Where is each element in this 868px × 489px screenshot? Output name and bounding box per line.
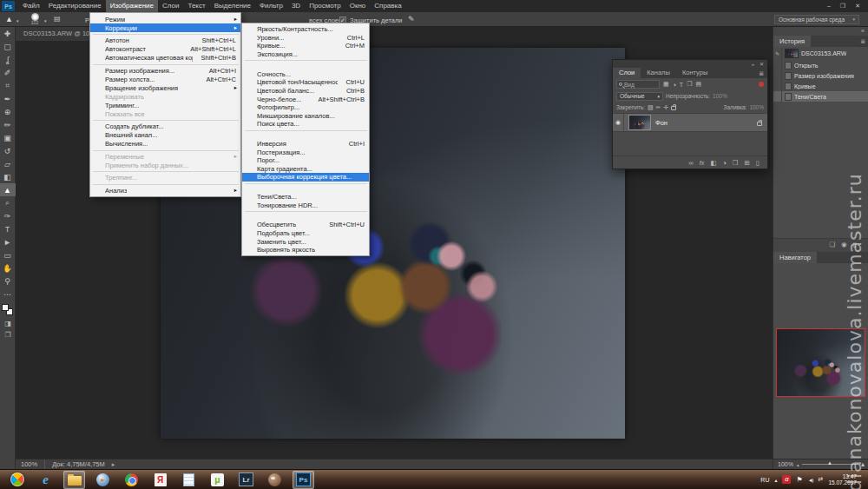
- filter-smart-objects-icon[interactable]: ▤: [695, 81, 701, 88]
- more-tools-button[interactable]: ⋯: [0, 287, 16, 301]
- menu-item[interactable]: Внешний канал...: [90, 131, 240, 140]
- menu-item[interactable]: Уровни... Ctrl+L: [242, 34, 369, 43]
- history-brush-well[interactable]: [773, 81, 782, 91]
- menu-item[interactable]: [93, 184, 239, 185]
- filter-adjustment-layers-icon[interactable]: ◑: [673, 82, 676, 88]
- path-selection-tool[interactable]: ►: [0, 235, 16, 248]
- quick-mask-button[interactable]: ◨: [0, 318, 16, 329]
- lock-paint-icon[interactable]: [656, 104, 661, 111]
- new-adjustment-layer-icon[interactable]: [722, 159, 727, 167]
- menu-item[interactable]: Автоконтраст Alt+Shift+Ctrl+L: [90, 45, 240, 54]
- filter-toggle-icon[interactable]: [759, 82, 764, 87]
- restore-icon[interactable]: [840, 3, 845, 10]
- menu-item[interactable]: [93, 120, 239, 121]
- tab-channels[interactable]: Каналы: [641, 68, 676, 78]
- history-step[interactable]: Кривые: [773, 81, 868, 91]
- taskbar-gimp[interactable]: [264, 471, 286, 489]
- menu-item[interactable]: Подобрать цвет...: [242, 229, 369, 238]
- status-options-arrow-icon[interactable]: [112, 460, 115, 468]
- tab-navigator[interactable]: Навигатор: [773, 252, 817, 263]
- taskbar-lightroom[interactable]: Lr: [235, 471, 257, 489]
- eraser-tool[interactable]: ▱: [0, 157, 16, 170]
- speaker-icon[interactable]: [808, 477, 813, 483]
- language-indicator[interactable]: RU: [760, 477, 769, 483]
- blend-mode-select[interactable]: Обычные ▾: [616, 92, 663, 101]
- menubar-item[interactable]: Редактирование: [44, 0, 106, 12]
- new-group-icon[interactable]: [733, 159, 739, 167]
- menu-item[interactable]: Сочность...: [242, 69, 369, 78]
- menubar-item[interactable]: Файл: [18, 0, 44, 12]
- action-center-flag-icon[interactable]: [796, 476, 802, 484]
- menu-item[interactable]: Показать все: [90, 109, 240, 118]
- tray-expand-icon[interactable]: [774, 477, 777, 483]
- menu-item[interactable]: Выровнять яркость: [242, 246, 369, 254]
- collapse-panels-icon[interactable]: «: [773, 27, 868, 36]
- zoom-slider-thumb[interactable]: ▲: [827, 460, 832, 466]
- delete-state-icon[interactable]: [853, 241, 857, 248]
- tray-clock[interactable]: 13:47 15.07.2017: [828, 473, 857, 486]
- menu-item[interactable]: Фотофильтр...: [242, 103, 369, 112]
- layer-name[interactable]: Фон: [655, 119, 757, 127]
- menu-item[interactable]: Постеризация...: [242, 148, 369, 156]
- menu-item[interactable]: [245, 211, 367, 220]
- menubar-item[interactable]: Выделение: [210, 0, 255, 12]
- zoom-out-icon[interactable]: [797, 461, 799, 467]
- lock-position-icon[interactable]: [663, 104, 668, 111]
- layers-panel-titlebar[interactable]: « ✕: [613, 60, 767, 68]
- menu-item[interactable]: Вычисления...: [90, 140, 240, 149]
- menu-item[interactable]: Цветовой тон/Насыщенность... Ctrl+U: [242, 78, 369, 87]
- menubar-item[interactable]: Текст: [183, 0, 209, 12]
- status-zoom-value[interactable]: 100%: [16, 459, 45, 469]
- move-tool[interactable]: ✚: [0, 27, 16, 40]
- history-brush-tool[interactable]: ↺: [0, 144, 16, 157]
- hand-tool[interactable]: ✋: [0, 261, 16, 274]
- taskbar-internet-explorer[interactable]: e: [35, 471, 56, 489]
- taskbar-notepad[interactable]: [178, 471, 200, 489]
- menu-item[interactable]: Яркость/Контрастность...: [242, 25, 369, 34]
- new-document-from-state-icon[interactable]: [830, 241, 836, 248]
- menu-item[interactable]: Тримминг...: [90, 101, 240, 109]
- sharpen-tool-icon[interactable]: ▲: [5, 15, 13, 23]
- menu-item[interactable]: Тени/Света...: [242, 193, 369, 202]
- menu-item[interactable]: Обесцветить Shift+Ctrl+U: [242, 221, 369, 229]
- menu-item[interactable]: Коррекции: [90, 23, 240, 32]
- pen-pressure-icon[interactable]: ✎: [408, 15, 415, 23]
- punto-switcher-icon[interactable]: α: [782, 475, 791, 484]
- menu-item[interactable]: Кадрировать: [90, 92, 240, 101]
- sharpen-tool[interactable]: ▲: [0, 183, 16, 196]
- menu-item[interactable]: Тонирование HDR...: [242, 201, 369, 209]
- zoom-in-icon[interactable]: [861, 460, 865, 468]
- link-layers-icon[interactable]: [688, 159, 693, 167]
- tool-preset-caret-icon[interactable]: ▾: [16, 18, 19, 23]
- start-button[interactable]: [6, 471, 28, 489]
- foreground-color-swatch[interactable]: [2, 304, 9, 311]
- navigator-proxy-view[interactable]: [776, 328, 865, 397]
- layer-filter-select[interactable]: Вид: [616, 80, 660, 89]
- taskbar-media-player[interactable]: ▸: [92, 471, 114, 489]
- menu-item[interactable]: [245, 183, 367, 192]
- menu-item[interactable]: [93, 150, 239, 151]
- menu-item[interactable]: Выборочная коррекция цвета...: [242, 173, 369, 182]
- menu-item[interactable]: Кривые... Ctrl+M: [242, 42, 369, 50]
- layer-row-background[interactable]: Фон: [613, 113, 767, 132]
- tab-paths[interactable]: Контуры: [676, 68, 713, 78]
- toggle-brush-panel-icon[interactable]: ▤: [54, 15, 61, 23]
- menu-item[interactable]: Создать дубликат...: [90, 122, 240, 131]
- menubar-item[interactable]: Изображение: [106, 0, 158, 12]
- filter-type-layers-icon[interactable]: T: [680, 82, 683, 88]
- brush-tool[interactable]: ✏: [0, 118, 16, 131]
- history-step[interactable]: Открыть: [773, 60, 868, 70]
- tab-layers[interactable]: Слои: [613, 68, 641, 78]
- zoom-tool[interactable]: ⚲: [0, 274, 16, 287]
- panel-menu-icon[interactable]: [759, 70, 764, 77]
- gradient-tool[interactable]: ◧: [0, 170, 16, 183]
- history-brush-well[interactable]: [773, 91, 782, 102]
- close-icon[interactable]: [855, 3, 860, 10]
- panel-menu-icon[interactable]: [860, 38, 865, 45]
- healing-brush-tool[interactable]: ⊕: [0, 105, 16, 118]
- lasso-tool[interactable]: ʆ: [0, 53, 16, 66]
- color-swatches[interactable]: [0, 302, 16, 318]
- layer-thumbnail[interactable]: [628, 115, 651, 130]
- menu-item[interactable]: Размер холста... Alt+Ctrl+C: [90, 75, 240, 83]
- history-brush-source-icon[interactable]: ✎: [773, 47, 782, 60]
